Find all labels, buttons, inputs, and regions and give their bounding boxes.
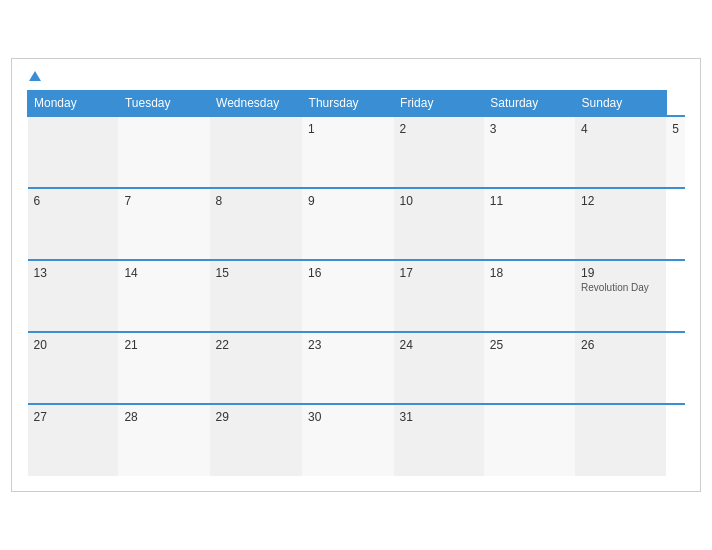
day-number: 26: [581, 338, 660, 352]
week-row-5: 2728293031: [28, 404, 686, 476]
calendar-cell: 22: [210, 332, 303, 404]
day-number: 16: [308, 266, 387, 280]
weekday-header-thursday: Thursday: [302, 91, 393, 117]
calendar-cell: 5: [666, 116, 685, 188]
logo-triangle-icon: [29, 71, 41, 81]
calendar-cell: 30: [302, 404, 393, 476]
day-number: 2: [400, 122, 478, 136]
calendar-cell: 27: [28, 404, 119, 476]
day-number: 31: [400, 410, 478, 424]
holiday-name: Revolution Day: [581, 282, 660, 293]
calendar-header: [27, 69, 685, 82]
week-row-3: 13141516171819Revolution Day: [28, 260, 686, 332]
calendar-cell: [210, 116, 303, 188]
calendar-cell: 13: [28, 260, 119, 332]
day-number: 4: [581, 122, 660, 136]
day-number: 30: [308, 410, 387, 424]
calendar-cell: [484, 404, 575, 476]
day-number: 22: [216, 338, 297, 352]
day-number: 29: [216, 410, 297, 424]
week-row-1: 12345: [28, 116, 686, 188]
calendar-cell: 26: [575, 332, 666, 404]
calendar-cell: [118, 116, 209, 188]
calendar-cell: 6: [28, 188, 119, 260]
weekday-header-tuesday: Tuesday: [118, 91, 209, 117]
day-number: 28: [124, 410, 203, 424]
calendar-cell: 24: [394, 332, 484, 404]
day-number: 14: [124, 266, 203, 280]
day-number: 24: [400, 338, 478, 352]
calendar-cell: 12: [575, 188, 666, 260]
calendar-cell: 16: [302, 260, 393, 332]
day-number: 17: [400, 266, 478, 280]
calendar-cell: 19Revolution Day: [575, 260, 666, 332]
day-number: 8: [216, 194, 297, 208]
week-row-2: 6789101112: [28, 188, 686, 260]
day-number: 12: [581, 194, 660, 208]
calendar-cell: 10: [394, 188, 484, 260]
calendar-cell: 28: [118, 404, 209, 476]
day-number: 20: [34, 338, 113, 352]
calendar-cell: 25: [484, 332, 575, 404]
day-number: 7: [124, 194, 203, 208]
calendar-cell: 21: [118, 332, 209, 404]
calendar-cell: 4: [575, 116, 666, 188]
calendar-cell: 2: [394, 116, 484, 188]
weekday-header-sunday: Sunday: [575, 91, 666, 117]
day-number: 10: [400, 194, 478, 208]
day-number: 27: [34, 410, 113, 424]
day-number: 25: [490, 338, 569, 352]
calendar-cell: 23: [302, 332, 393, 404]
weekday-row: MondayTuesdayWednesdayThursdayFridaySatu…: [28, 91, 686, 117]
calendar-cell: 8: [210, 188, 303, 260]
day-number: 11: [490, 194, 569, 208]
day-number: 13: [34, 266, 113, 280]
calendar-cell: 18: [484, 260, 575, 332]
day-number: 21: [124, 338, 203, 352]
weekday-header-wednesday: Wednesday: [210, 91, 303, 117]
calendar-cell: 31: [394, 404, 484, 476]
calendar-cell: 17: [394, 260, 484, 332]
week-row-4: 20212223242526: [28, 332, 686, 404]
calendar-cell: 20: [28, 332, 119, 404]
day-number: 18: [490, 266, 569, 280]
day-number: 1: [308, 122, 387, 136]
day-number: 6: [34, 194, 113, 208]
calendar-cell: [28, 116, 119, 188]
calendar-cell: 9: [302, 188, 393, 260]
calendar-cell: 7: [118, 188, 209, 260]
calendar-weekdays: MondayTuesdayWednesdayThursdayFridaySatu…: [28, 91, 686, 117]
day-number: 3: [490, 122, 569, 136]
calendar-cell: 1: [302, 116, 393, 188]
weekday-header-friday: Friday: [394, 91, 484, 117]
calendar-cell: [575, 404, 666, 476]
weekday-header-monday: Monday: [28, 91, 119, 117]
day-number: 15: [216, 266, 297, 280]
weekday-header-saturday: Saturday: [484, 91, 575, 117]
calendar-cell: 14: [118, 260, 209, 332]
calendar-cell: 15: [210, 260, 303, 332]
calendar-cell: 3: [484, 116, 575, 188]
calendar-body: 12345678910111213141516171819Revolution …: [28, 116, 686, 476]
day-number: 5: [672, 122, 679, 136]
day-number: 9: [308, 194, 387, 208]
logo: [27, 69, 41, 82]
day-number: 23: [308, 338, 387, 352]
day-number: 19: [581, 266, 660, 280]
calendar-cell: 11: [484, 188, 575, 260]
calendar-cell: 29: [210, 404, 303, 476]
calendar-grid: MondayTuesdayWednesdayThursdayFridaySatu…: [27, 90, 685, 476]
calendar: MondayTuesdayWednesdayThursdayFridaySatu…: [11, 58, 701, 492]
